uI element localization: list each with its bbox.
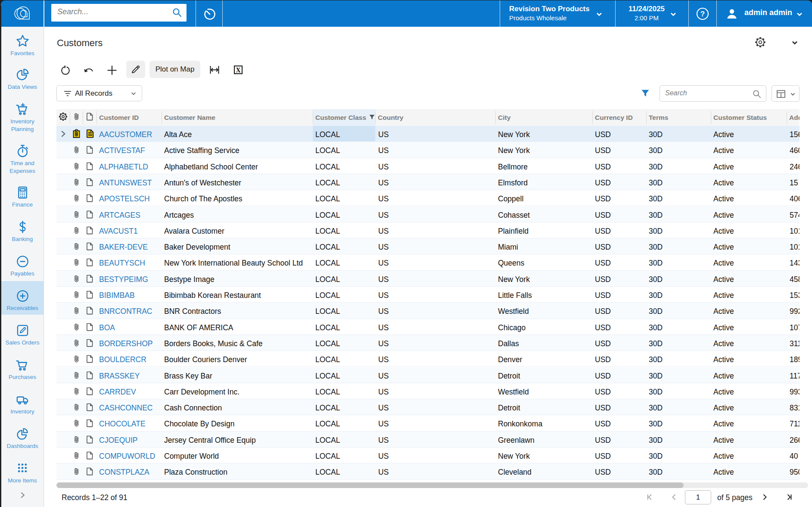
svg-text:X: X — [236, 66, 241, 74]
svg-text:?: ? — [700, 10, 705, 18]
